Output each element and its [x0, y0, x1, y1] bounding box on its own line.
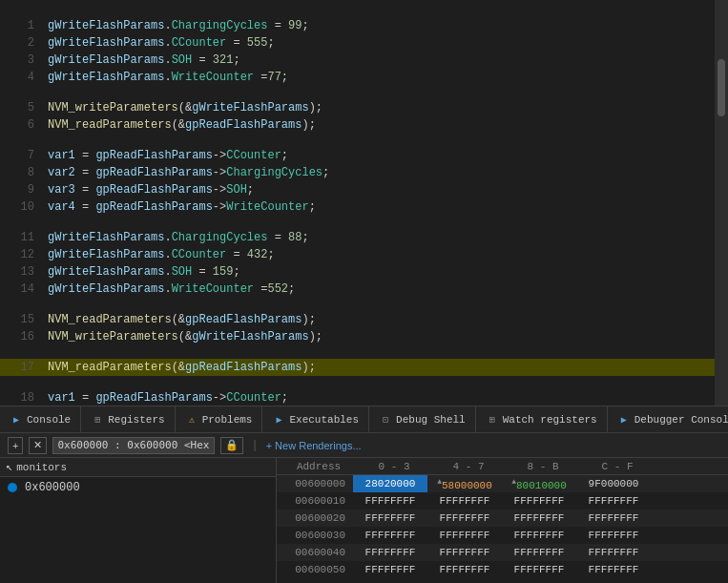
token-punct: .: [164, 248, 171, 261]
hex-value-1-3[interactable]: FFFFFFFF: [576, 492, 651, 510]
line-number: 7: [0, 147, 42, 164]
hex-row: 00600030FFFFFFFFFFFFFFFFFFFFFFFFFFFFFFFF: [277, 527, 728, 544]
token-num: 555: [247, 36, 268, 50]
code-line: 16NVM_writeParameters(&gWriteFlashParams…: [0, 328, 715, 345]
hex-value-5-1[interactable]: FFFFFFFF: [427, 561, 502, 578]
token-punct: );: [309, 101, 322, 115]
token-num: 432: [247, 248, 268, 261]
line-number: 3: [0, 52, 42, 69]
tab-watch-registers[interactable]: ⊞Watch registers: [476, 406, 608, 432]
token-fn: NVM_readParameters: [48, 118, 172, 132]
new-renderings-button[interactable]: + New Renderings...: [266, 440, 362, 451]
scrollbar-thumb[interactable]: [718, 59, 725, 116]
hex-value-3-2[interactable]: FFFFFFFF: [502, 527, 576, 544]
scrollbar-track[interactable]: [715, 0, 728, 406]
hex-value-5-2[interactable]: FFFFFFFF: [502, 561, 576, 578]
token-punct: ;: [309, 200, 316, 214]
executables-icon: ▶: [272, 413, 285, 427]
token-prop: SOH: [172, 53, 193, 67]
token-var: var3: [48, 183, 75, 197]
token-var: var4: [48, 200, 75, 214]
hex-value-4-0[interactable]: FFFFFFFF: [353, 544, 427, 561]
tab-registers[interactable]: ⊞Registers: [81, 406, 175, 432]
line-number: 9: [0, 181, 42, 198]
lock-button[interactable]: 🔒: [220, 437, 243, 454]
token-var: gWriteFlashParams: [48, 282, 164, 296]
token-punct: ;: [267, 248, 274, 261]
token-punct: .: [164, 36, 171, 50]
token-punct: (&: [178, 101, 192, 115]
monitor-address: 0x600000: [25, 481, 80, 494]
hex-value-2-0[interactable]: FFFFFFFF: [353, 510, 427, 527]
hex-value-2-1[interactable]: FFFFFFFF: [427, 510, 502, 527]
token-punct: );: [302, 313, 315, 326]
hex-value-0-3[interactable]: 9F000000: [576, 475, 651, 492]
token-punct: ;: [233, 53, 239, 67]
tab-debug-shell[interactable]: ⊡Debug Shell: [369, 406, 476, 432]
hex-value-4-2[interactable]: FFFFFFFF: [502, 544, 576, 561]
token-var: var2: [48, 166, 75, 179]
line-number: 13: [0, 263, 42, 281]
monitor-dot: [8, 483, 17, 492]
tab-debugger-console[interactable]: ▶Debugger Console: [608, 406, 728, 432]
hex-header-col-4: C - F: [580, 458, 655, 474]
hex-value-5-3[interactable]: FFFFFFFF: [576, 561, 651, 578]
hex-address: 00600020: [277, 510, 353, 527]
code-line: 1gWriteFlashParams.ChargingCycles = 99;: [0, 17, 715, 34]
hex-value-4-3[interactable]: FFFFFFFF: [576, 544, 651, 561]
line-number: 6: [0, 116, 42, 134]
hex-value-1-0[interactable]: FFFFFFFF: [353, 492, 427, 510]
hex-value-3-1[interactable]: FFFFFFFF: [427, 527, 502, 544]
hex-value-1-1[interactable]: FFFFFFFF: [427, 492, 502, 510]
token-punct: =: [254, 282, 267, 296]
hex-row: 0060000028020000▲58000000▲800100009F0000…: [277, 475, 728, 492]
code-line: 4gWriteFlashParams.WriteCounter =77;: [0, 69, 715, 86]
hex-value-5-0[interactable]: FFFFFFFF: [353, 561, 427, 578]
hex-address: 00600050: [277, 561, 353, 578]
token-punct: ->: [213, 200, 226, 214]
token-punct: ->: [213, 183, 226, 197]
token-prop: CCounter: [172, 36, 227, 50]
line-number: 18: [0, 389, 42, 406]
monitor-item[interactable]: 0x600000: [0, 479, 276, 496]
problems-icon: ⚠: [185, 413, 198, 427]
line-number: 11: [0, 229, 42, 246]
token-punct: ;: [288, 282, 295, 296]
token-num: 99: [288, 19, 302, 32]
token-var: gpReadFlashParams: [185, 118, 302, 132]
tab-console[interactable]: ▶Console: [0, 406, 81, 432]
line-number: 14: [0, 281, 42, 298]
code-line: 10var4 = gpReadFlashParams->WriteCounter…: [0, 198, 715, 216]
hex-value-3-3[interactable]: FFFFFFFF: [576, 527, 651, 544]
token-var: gpReadFlashParams: [185, 361, 302, 374]
cross-button[interactable]: ✕: [29, 437, 47, 454]
hex-value-0-2[interactable]: ▲80010000: [502, 475, 576, 494]
code-line: [0, 86, 715, 99]
hex-value-2-3[interactable]: FFFFFFFF: [576, 510, 651, 527]
token-var: var1: [48, 149, 75, 162]
token-punct: (&: [178, 330, 192, 344]
tab-label-problems: Problems: [202, 414, 253, 426]
token-var: gpReadFlashParams: [95, 183, 212, 197]
token-var: gpReadFlashParams: [95, 200, 212, 214]
console-icon: ▶: [10, 413, 23, 427]
monitors-header: ↖ monitors: [0, 458, 276, 477]
tab-problems[interactable]: ⚠Problems: [176, 406, 263, 432]
address-input[interactable]: [52, 437, 215, 454]
hex-value-0-1[interactable]: ▲58000000: [427, 475, 502, 494]
token-punct: =: [267, 19, 288, 32]
code-line: 6NVM_readParameters(&gpReadFlashParams);: [0, 116, 715, 134]
hex-value-1-2[interactable]: FFFFFFFF: [502, 492, 576, 510]
hex-value-3-0[interactable]: FFFFFFFF: [353, 527, 427, 544]
token-punct: );: [302, 118, 315, 132]
add-rendering-button[interactable]: +: [8, 437, 23, 454]
hex-value-2-2[interactable]: FFFFFFFF: [502, 510, 576, 527]
hex-value-0-0[interactable]: 28020000: [353, 475, 427, 492]
token-var: gWriteFlashParams: [48, 36, 164, 50]
code-line: 9var3 = gpReadFlashParams->SOH;: [0, 181, 715, 198]
tab-executables[interactable]: ▶Executables: [262, 406, 369, 432]
token-var: gpReadFlashParams: [185, 313, 302, 326]
line-number: 12: [0, 246, 42, 263]
token-punct: .: [164, 19, 171, 32]
hex-value-4-1[interactable]: FFFFFFFF: [427, 544, 502, 561]
